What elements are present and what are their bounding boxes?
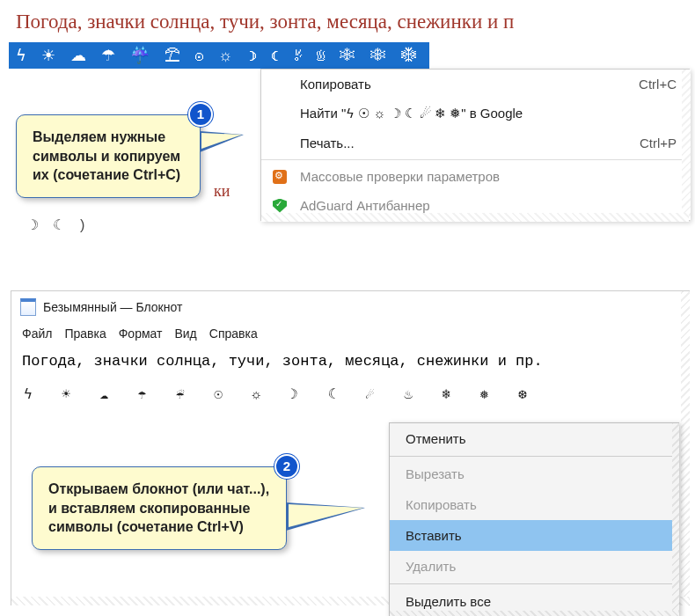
callout-text: Выделяем нужные символы и копируем их (с… xyxy=(33,129,180,182)
notepad-icon xyxy=(20,298,36,316)
menu-file[interactable]: Файл xyxy=(22,326,52,341)
truncated-heading-fragment: ки xyxy=(214,182,230,201)
menu-item-extension-1[interactable]: Массовые проверки параметров xyxy=(261,162,689,191)
callout-badge: 2 xyxy=(274,454,299,479)
extension-icon xyxy=(272,169,288,185)
torn-edge xyxy=(390,611,678,616)
menu-label: Найти "ϟ ☉ ☼ ☽ ☾ ☄ ❄ ❅" в Google xyxy=(300,106,523,121)
menu-separator xyxy=(261,159,689,160)
page-title: Погода, значки солнца, тучи, зонта, меся… xyxy=(0,0,695,42)
callout-step-2: 2 Открываем блокнот (или чат...), и вста… xyxy=(32,466,287,550)
callout-pointer xyxy=(286,502,365,531)
notepad-titlebar: Безымянный — Блокнот xyxy=(11,291,689,323)
menu-label: AdGuard Антибаннер xyxy=(300,198,430,213)
callout-text: Открываем блокнот (или чат...), и вставл… xyxy=(48,481,269,534)
torn-edge xyxy=(261,213,689,222)
menu-item-cut[interactable]: Вырезать xyxy=(390,458,678,489)
torn-edge xyxy=(672,423,679,616)
menu-shortcut: Ctrl+C xyxy=(639,77,677,92)
notepad-symbols-line[interactable]: ϟ ☀ ☁ ☂ ☔ ☉ ☼ ☽ ☾ ☄ ♨ ❄ ❅ ❆ xyxy=(11,375,689,414)
menu-label: Печать... xyxy=(300,136,355,150)
menu-label: Копировать xyxy=(300,77,371,92)
menu-format[interactable]: Формат xyxy=(119,326,163,341)
menu-edit[interactable]: Правка xyxy=(64,326,106,341)
torn-edge xyxy=(682,70,691,220)
menu-item-undo[interactable]: Отменить xyxy=(390,423,678,454)
menu-separator xyxy=(390,456,678,457)
menu-view[interactable]: Вид xyxy=(174,326,196,341)
menu-item-paste[interactable]: Вставить xyxy=(390,520,678,551)
menu-label: Массовые проверки параметров xyxy=(300,169,500,184)
menu-separator xyxy=(390,583,678,584)
menu-item-delete[interactable]: Удалить xyxy=(390,551,678,582)
notepad-title-text: Безымянный — Блокнот xyxy=(43,300,182,314)
selected-symbols-highlight[interactable]: ϟ ☀ ☁ ☂ ☔ ⛱ ☉ ☼ ☽ ☾ ☄ ♨ ❄ ❅ ❆ xyxy=(9,42,429,69)
browser-context-menu: Копировать Ctrl+C Найти "ϟ ☉ ☼ ☽ ☾ ☄ ❄ ❅… xyxy=(260,69,690,221)
notepad-text-line[interactable]: Погода, значки солнца, тучи, зонта, меся… xyxy=(11,348,689,375)
torn-edge xyxy=(681,291,690,605)
menu-shortcut: Ctrl+P xyxy=(640,136,677,150)
notepad-context-menu: Отменить Вырезать Копировать Вставить Уд… xyxy=(389,422,679,616)
callout-step-1: 1 Выделяем нужные символы и копируем их … xyxy=(16,114,201,198)
menu-item-find[interactable]: Найти "ϟ ☉ ☼ ☽ ☾ ☄ ❄ ❅" в Google xyxy=(261,99,689,128)
symbol-row-secondary: ☽ ☾ ) xyxy=(26,216,90,233)
menu-item-print[interactable]: Печать... Ctrl+P xyxy=(261,128,689,158)
menu-item-copy[interactable]: Копировать Ctrl+C xyxy=(261,70,689,99)
callout-badge: 1 xyxy=(188,102,213,127)
notepad-menubar: Файл Правка Формат Вид Справка xyxy=(11,323,689,348)
menu-item-copy[interactable]: Копировать xyxy=(390,489,678,520)
callout-pointer xyxy=(200,131,244,152)
shield-icon xyxy=(272,198,288,214)
menu-help[interactable]: Справка xyxy=(209,326,258,341)
